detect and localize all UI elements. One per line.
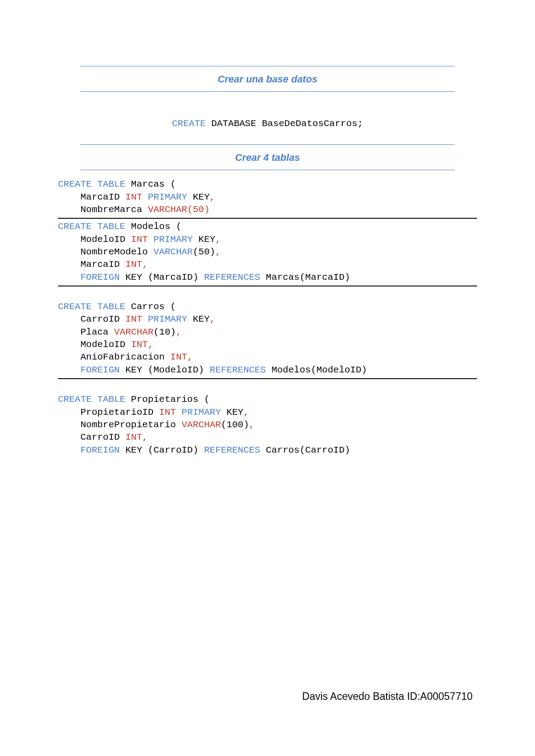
type-varchar: VARCHAR [114, 327, 153, 337]
col-nombre-propietario: NombrePropietario [80, 420, 181, 430]
kw-create-table: CREATE TABLE [58, 221, 125, 232]
heading-create-tables: Crear 4 tablas [80, 145, 455, 170]
indent [58, 204, 80, 215]
col-placa: Placa [80, 327, 114, 337]
comma: , [249, 420, 255, 430]
kw-create-table: CREATE TABLE [58, 302, 125, 312]
heading-block-create-tables: Crear 4 tablas [80, 144, 455, 170]
indent [58, 259, 80, 270]
col-nombre-marca: NombreMarca [80, 204, 148, 215]
sp [176, 407, 182, 417]
page: Crear una base datos CREATE DATABASE Bas… [0, 0, 535, 458]
col-marca-id: MarcaID [80, 259, 125, 270]
indent [58, 314, 80, 324]
kw-primary: PRIMARY [181, 407, 221, 417]
kw-foreign: FOREIGN [80, 272, 119, 282]
text-create-db-rest: DATABASE BaseDeDatosCarros; [206, 119, 363, 129]
type-varchar: VARCHAR [181, 420, 221, 430]
type-size: (50) [187, 204, 210, 215]
fk-col: (CarroID) [148, 445, 204, 455]
page-footer: Davis Acevedo Batista ID:A00057710 [302, 691, 473, 703]
col-propietario-id: PropietarioID [80, 407, 159, 417]
type-int: INT [131, 339, 148, 350]
col-marca-id: MarcaID [80, 192, 125, 202]
type-size: (100) [221, 420, 249, 430]
text-marcas-name: Marcas ( [125, 179, 176, 189]
kw-foreign: FOREIGN [80, 445, 119, 455]
type-size: (10) [153, 327, 176, 337]
comma: , [210, 314, 215, 324]
indent [58, 272, 80, 282]
comma: , [215, 234, 221, 245]
kw-key: KEY [221, 407, 243, 417]
type-int: INT [125, 432, 142, 442]
col-anio: AnioFabricacion [80, 352, 170, 362]
kw-create-table: CREATE TABLE [58, 394, 125, 405]
col-carro-id: CarroID [80, 432, 125, 442]
kw-create-table: CREATE TABLE [58, 179, 125, 189]
fk-target: Modelos(ModeloID) [266, 365, 367, 375]
indent [58, 234, 80, 245]
sp [142, 314, 148, 324]
comma: , [210, 192, 215, 202]
type-size: (50) [193, 247, 215, 257]
text-modelos-name: Modelos ( [125, 221, 181, 232]
kw-references: REFERENCES [204, 445, 260, 455]
comma: , [176, 327, 182, 337]
kw-key: KEY [187, 314, 210, 324]
col-modelo-id: ModeloID [80, 339, 131, 350]
code-create-database: CREATE DATABASE BaseDeDatosCarros; [58, 116, 477, 132]
comma: , [215, 247, 221, 257]
indent [58, 352, 80, 362]
col-carro-id: CarroID [80, 314, 125, 324]
sp [142, 192, 148, 202]
indent [58, 327, 80, 337]
kw-key: KEY [187, 192, 210, 202]
kw-key: KEY [193, 234, 215, 245]
indent [58, 339, 80, 350]
fk-target: Carros(CarroID) [260, 445, 350, 455]
type-varchar: VARCHAR [148, 204, 187, 215]
comma: , [148, 339, 154, 350]
kw-primary: PRIMARY [148, 192, 187, 202]
kw-key: KEY [120, 445, 148, 455]
fk-col: (ModeloID) [148, 365, 210, 375]
indent [58, 407, 80, 417]
kw-create: CREATE [172, 119, 206, 129]
indent [58, 432, 80, 442]
col-modelo-id: ModeloID [80, 234, 131, 245]
kw-references: REFERENCES [210, 365, 266, 375]
kw-key: KEY [120, 272, 148, 282]
kw-foreign: FOREIGN [80, 365, 119, 375]
fk-col: (MarcaID) [148, 272, 204, 282]
code-block-modelos: CREATE TABLE Modelos ( ModeloID INT PRIM… [58, 219, 477, 286]
indent [58, 192, 80, 202]
type-int: INT [159, 407, 176, 417]
col-nombre-modelo: NombreModelo [80, 247, 153, 257]
indent [58, 420, 80, 430]
comma: , [243, 407, 249, 417]
sp [148, 234, 154, 245]
indent [58, 365, 80, 375]
comma: , [187, 352, 193, 362]
heading-create-db: Crear una base datos [80, 66, 455, 91]
text-carros-name: Carros ( [125, 302, 176, 312]
indent [58, 247, 80, 257]
type-varchar: VARCHAR [153, 247, 193, 257]
kw-primary: PRIMARY [148, 314, 187, 324]
code-block-propietarios: CREATE TABLE Propietarios ( PropietarioI… [58, 392, 477, 458]
heading-block-create-db: Crear una base datos [80, 66, 455, 92]
type-int: INT [170, 352, 187, 362]
comma: , [142, 259, 148, 270]
fk-target: Marcas(MarcaID) [260, 272, 350, 282]
comma: , [142, 432, 148, 442]
indent [58, 445, 80, 455]
type-int: INT [131, 234, 148, 245]
kw-primary: PRIMARY [153, 234, 193, 245]
type-int: INT [125, 192, 142, 202]
text-propietarios-name: Propietarios ( [125, 394, 210, 405]
code-block-marcas: CREATE TABLE Marcas ( MarcaID INT PRIMAR… [58, 176, 477, 218]
code-block-carros: CREATE TABLE Carros ( CarroID INT PRIMAR… [58, 299, 477, 378]
type-int: INT [125, 259, 142, 270]
kw-references: REFERENCES [204, 272, 260, 282]
